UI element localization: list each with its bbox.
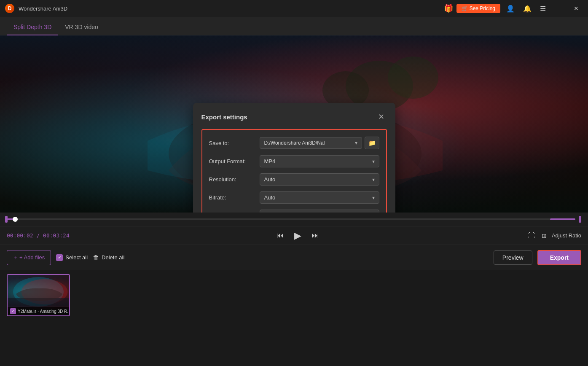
- resolution-row: Resolution: Auto ▾: [209, 173, 379, 186]
- toolbar-right: Preview Export: [494, 250, 581, 265]
- bitrate-label: Bitrate:: [209, 194, 260, 201]
- bitrate-select[interactable]: Auto ▾: [260, 191, 379, 204]
- thumbnail-image: [8, 275, 69, 309]
- adjust-ratio-button[interactable]: Adjust Ratio: [552, 232, 581, 239]
- output-format-row: Output Format: MP4 ▾: [209, 155, 379, 167]
- titlebar-actions: 🎁 🛒 See Pricing 👤 🔔 ☰ — ✕: [444, 3, 583, 14]
- svg-point-2: [388, 57, 438, 99]
- tab-split-depth-3d[interactable]: Split Depth 3D: [7, 19, 58, 35]
- skip-forward-button[interactable]: ⏭: [310, 229, 321, 242]
- see-pricing-button[interactable]: 🛒 See Pricing: [456, 4, 500, 13]
- list-item[interactable]: ✓ Y2Mate.is - Amazing 3D R. 🗑: [7, 274, 70, 316]
- video-preview-area: Export settings ✕ Save to: D:/Wondershar…: [0, 35, 588, 213]
- plus-icon: ＋: [13, 254, 19, 261]
- export-button[interactable]: Export: [537, 250, 581, 265]
- minimize-button[interactable]: —: [552, 3, 566, 13]
- menu-icon-button[interactable]: ☰: [537, 3, 548, 14]
- frame-rate-control: Auto ▾: [260, 210, 379, 213]
- export-dialog: Export settings ✕ Save to: D:/Wondershar…: [193, 103, 395, 213]
- gift-icon[interactable]: 🎁: [444, 4, 453, 13]
- pricing-icon: 🛒: [462, 5, 468, 11]
- timeline-track[interactable]: [7, 218, 575, 220]
- select-all-checkbox: ✓: [56, 254, 63, 261]
- titlebar: D Wondershare Ani3D 🎁 🛒 See Pricing 👤 🔔 …: [0, 0, 588, 17]
- app-title: Wondershare Ani3D: [19, 5, 67, 12]
- time-display: 00:00:02 / 00:03:24: [7, 232, 70, 239]
- select-all-button[interactable]: ✓ Select all: [56, 254, 88, 261]
- app-logo: D: [5, 4, 14, 13]
- crop-icon-button[interactable]: ⊞: [540, 231, 548, 241]
- dialog-close-button[interactable]: ✕: [376, 111, 387, 122]
- file-thumbnail-bg: [8, 275, 69, 309]
- output-format-control: MP4 ▾: [260, 155, 379, 167]
- save-to-path[interactable]: D:/Wondershare Ani3D/Nal ▾: [260, 137, 362, 149]
- save-to-label: Save to:: [209, 140, 260, 146]
- bitrate-chevron: ▾: [372, 195, 375, 201]
- user-icon-button[interactable]: 👤: [504, 3, 517, 14]
- save-to-control: D:/Wondershare Ani3D/Nal ▾ 📁: [260, 137, 379, 149]
- dialog-body: Save to: D:/Wondershare Ani3D/Nal ▾ 📁 Ou…: [201, 129, 387, 213]
- resolution-chevron: ▾: [372, 177, 375, 183]
- preview-button[interactable]: Preview: [494, 250, 532, 265]
- playback-controls: ⏮ ▶ ⏭: [70, 229, 526, 243]
- timeline-area: [0, 213, 588, 226]
- file-label: ✓ Y2Mate.is - Amazing 3D R. 🗑: [8, 307, 69, 315]
- output-format-select[interactable]: MP4 ▾: [260, 155, 379, 167]
- browse-folder-button[interactable]: 📁: [365, 137, 379, 149]
- controls-bar: 00:00:02 / 00:03:24 ⏮ ▶ ⏭ ⛶ ⊞ Adjust Rat…: [0, 226, 588, 245]
- fullscreen-icon-button[interactable]: ⛶: [526, 230, 537, 241]
- resolution-label: Resolution:: [209, 176, 260, 183]
- dialog-title: Export settings: [201, 113, 247, 121]
- file-checkbox[interactable]: ✓: [10, 308, 16, 314]
- bottom-toolbar: ＋ + Add files ✓ Select all 🗑 Delete all …: [0, 245, 588, 270]
- play-button[interactable]: ▶: [293, 229, 303, 243]
- close-button[interactable]: ✕: [569, 3, 583, 13]
- bitrate-control: Auto ▾: [260, 191, 379, 204]
- resolution-select[interactable]: Auto ▾: [260, 173, 379, 186]
- delete-all-button[interactable]: 🗑 Delete all: [93, 254, 124, 261]
- frame-rate-select[interactable]: Auto ▾: [260, 210, 379, 213]
- timeline-thumb[interactable]: [13, 217, 18, 222]
- delete-icon: 🗑: [93, 254, 99, 261]
- skip-back-button[interactable]: ⏮: [275, 229, 286, 242]
- timeline-right-fill: [550, 218, 575, 220]
- frame-rate-row: Frame Rate: Auto ▾: [209, 210, 379, 213]
- timeline-end-handle[interactable]: [579, 216, 581, 223]
- tab-vr-3d-video[interactable]: VR 3D video: [58, 19, 105, 35]
- bitrate-row: Bitrate: Auto ▾: [209, 191, 379, 204]
- resolution-control: Auto ▾: [260, 173, 379, 186]
- file-list-area: ✓ Y2Mate.is - Amazing 3D R. 🗑: [0, 270, 588, 325]
- output-format-label: Output Format:: [209, 158, 260, 164]
- path-chevron: ▾: [355, 140, 357, 146]
- add-files-button[interactable]: ＋ + Add files: [7, 250, 51, 265]
- save-to-row: Save to: D:/Wondershare Ani3D/Nal ▾ 📁: [209, 137, 379, 149]
- format-chevron: ▾: [372, 159, 375, 164]
- notification-icon-button[interactable]: 🔔: [521, 3, 534, 14]
- dialog-header: Export settings ✕: [201, 111, 387, 122]
- controls-right: ⛶ ⊞ Adjust Ratio: [526, 230, 581, 241]
- tabs-bar: Split Depth 3D VR 3D video: [0, 17, 588, 35]
